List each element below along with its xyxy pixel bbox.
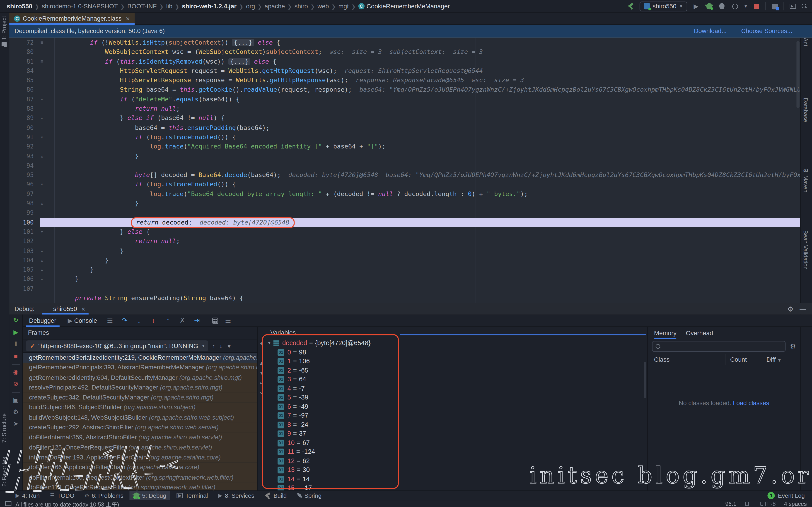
fold-marker-icon[interactable]: ▴ bbox=[34, 246, 50, 256]
line-number[interactable]: 91 bbox=[9, 132, 34, 142]
toolwindow-button-terminal[interactable]: ▶Terminal bbox=[172, 491, 212, 500]
line-number[interactable]: 102 bbox=[9, 236, 34, 246]
fold-marker-icon[interactable] bbox=[34, 218, 50, 227]
stop-button[interactable] bbox=[752, 2, 761, 10]
editor-gutter[interactable]: 96▾ bbox=[9, 180, 54, 189]
watches-toggle-icon[interactable]: ∞ bbox=[260, 390, 263, 396]
memory-settings-icon[interactable]: ⚙ bbox=[790, 342, 796, 350]
fold-marker-icon[interactable] bbox=[34, 293, 50, 302]
tab-cookieremembermemanager[interactable]: C CookieRememberMeManager.class ✕ bbox=[9, 13, 135, 24]
line-number[interactable]: 98 bbox=[9, 199, 34, 208]
line-number[interactable]: 100 bbox=[9, 218, 34, 227]
variable-row[interactable]: 013=64 bbox=[265, 375, 647, 384]
fold-marker-icon[interactable]: ▴ bbox=[34, 113, 50, 123]
fold-marker-icon[interactable]: ▾ bbox=[34, 180, 50, 189]
editor-gutter[interactable]: 91▾ bbox=[9, 132, 54, 142]
status-item[interactable]: LF bbox=[745, 500, 751, 507]
variable-row[interactable]: 015=-39 bbox=[265, 393, 647, 402]
force-step-into-icon[interactable]: ↓ bbox=[149, 317, 158, 324]
line-number[interactable] bbox=[9, 293, 34, 302]
column-diff[interactable]: Diff ▼ bbox=[762, 354, 800, 364]
settings-gear-icon[interactable]: ⚙ bbox=[13, 408, 18, 416]
fold-marker-icon[interactable] bbox=[34, 123, 50, 132]
column-class[interactable]: Class bbox=[648, 354, 725, 364]
tab-console[interactable]: ▶ Console bbox=[64, 316, 100, 325]
run-anything-icon[interactable]: ▶ bbox=[789, 2, 797, 10]
sidebar-item-ant[interactable]: Ant bbox=[803, 38, 809, 46]
frame-row[interactable]: resolvePrincipals:492, DefaultSecurityMa… bbox=[23, 383, 257, 393]
debug-button[interactable] bbox=[705, 2, 713, 10]
line-number[interactable]: 72 bbox=[9, 38, 34, 47]
pin-icon[interactable]: ➤ bbox=[13, 420, 18, 429]
toolwindow-button-8-services[interactable]: ▶8: Services bbox=[214, 491, 258, 500]
run-to-cursor-icon[interactable]: ⇥ bbox=[192, 317, 202, 324]
editor-gutter[interactable]: 89▴ bbox=[9, 113, 54, 123]
editor-gutter[interactable]: 98▴ bbox=[9, 199, 54, 208]
editor-gutter[interactable]: 100 bbox=[9, 218, 54, 227]
breadcrumb-item[interactable]: BOOT-INF bbox=[126, 2, 158, 10]
project-structure-icon[interactable] bbox=[770, 2, 779, 10]
fold-marker-icon[interactable]: ▴ bbox=[34, 256, 50, 265]
line-number[interactable]: 104 bbox=[9, 256, 34, 265]
load-classes-link[interactable]: Load classes bbox=[733, 399, 769, 407]
resume-icon[interactable]: ▶ bbox=[13, 328, 18, 337]
breadcrumb-item[interactable]: shiro550 bbox=[5, 2, 34, 10]
add-watch-icon[interactable]: + bbox=[260, 340, 263, 346]
toolwindow-button-todo[interactable]: ☰TODO bbox=[46, 491, 79, 500]
editor-gutter[interactable]: 81⊞ bbox=[9, 57, 54, 66]
line-number[interactable]: 95 bbox=[9, 170, 34, 180]
sidebar-item-structure[interactable]: 7: Structure bbox=[1, 413, 7, 443]
remove-watch-icon[interactable]: − bbox=[260, 350, 263, 356]
line-number[interactable]: 106 bbox=[9, 274, 34, 284]
line-number[interactable]: 103 bbox=[9, 246, 34, 256]
line-number[interactable]: 93 bbox=[9, 152, 34, 161]
fold-marker-icon[interactable] bbox=[34, 284, 50, 293]
settings-icon[interactable]: ⚌ bbox=[223, 317, 233, 324]
line-number[interactable]: 107 bbox=[9, 284, 34, 293]
editor-gutter[interactable]: 85 bbox=[9, 75, 54, 85]
search-everywhere-icon[interactable] bbox=[802, 4, 807, 9]
line-number[interactable]: 85 bbox=[9, 75, 34, 85]
rerun-icon[interactable]: ↻ bbox=[13, 317, 18, 325]
breadcrumb-item[interactable]: lib bbox=[165, 2, 174, 10]
chevron-down-icon[interactable]: ▾ bbox=[265, 339, 273, 348]
profiler-chevron-icon[interactable]: ▼ bbox=[744, 4, 748, 9]
stop-icon[interactable]: ■ bbox=[14, 352, 18, 361]
fold-marker-icon[interactable] bbox=[34, 208, 50, 218]
fold-marker-icon[interactable]: ▴ bbox=[34, 265, 50, 275]
tab-memory[interactable]: Memory bbox=[654, 327, 676, 339]
frame-row[interactable]: getRememberedIdentity:604, DefaultSecuri… bbox=[23, 373, 257, 383]
fold-marker-icon[interactable] bbox=[34, 104, 50, 114]
editor-gutter[interactable]: 99 bbox=[9, 208, 54, 218]
variable-row[interactable]: 0110=67 bbox=[265, 438, 647, 447]
status-item[interactable]: 4 spaces bbox=[784, 500, 807, 507]
column-count[interactable]: Count bbox=[725, 354, 762, 364]
step-into-icon[interactable]: ↓ bbox=[134, 317, 144, 324]
line-number[interactable]: 89 bbox=[9, 113, 34, 123]
variable-row[interactable]: 019=37 bbox=[265, 429, 647, 438]
line-number[interactable]: 92 bbox=[9, 142, 34, 152]
editor-gutter[interactable] bbox=[9, 293, 54, 302]
fold-marker-icon[interactable] bbox=[34, 170, 50, 180]
editor-scrollbar[interactable] bbox=[796, 41, 800, 108]
mute-breakpoints-icon[interactable]: ⊘ bbox=[13, 380, 18, 389]
frame-row[interactable]: buildSubject:846, Subject$Builder (org.a… bbox=[23, 403, 257, 413]
toolwindow-button-5-debug[interactable]: 5: Debug bbox=[130, 491, 170, 500]
view-breakpoints-icon[interactable]: ◉ bbox=[13, 368, 18, 377]
line-number[interactable]: 90 bbox=[9, 123, 34, 132]
fold-marker-icon[interactable]: ⊞ bbox=[34, 38, 50, 47]
fold-marker-icon[interactable] bbox=[34, 66, 50, 75]
toolwindow-button-spring[interactable]: Spring bbox=[293, 491, 326, 500]
breadcrumb-item[interactable]: shiro-web-1.2.4.jar bbox=[180, 2, 238, 10]
duplicate-icon[interactable]: ⧉ bbox=[260, 380, 263, 386]
close-icon[interactable]: ✕ bbox=[126, 16, 130, 21]
line-number[interactable]: 99 bbox=[9, 208, 34, 218]
toolwindow-button-6-problems[interactable]: ⊘6: Problems bbox=[81, 491, 128, 500]
profiler-button[interactable] bbox=[731, 2, 739, 10]
tab-overhead[interactable]: Overhead bbox=[686, 327, 713, 339]
fold-marker-icon[interactable]: ▾ bbox=[34, 227, 50, 236]
frame-up-icon[interactable]: ↑ bbox=[212, 343, 215, 349]
frame-row[interactable]: createSubject:292, AbstractShiroFilter (… bbox=[23, 423, 257, 433]
editor-gutter[interactable]: 101▾ bbox=[9, 227, 54, 236]
fold-marker-icon[interactable] bbox=[34, 236, 50, 246]
